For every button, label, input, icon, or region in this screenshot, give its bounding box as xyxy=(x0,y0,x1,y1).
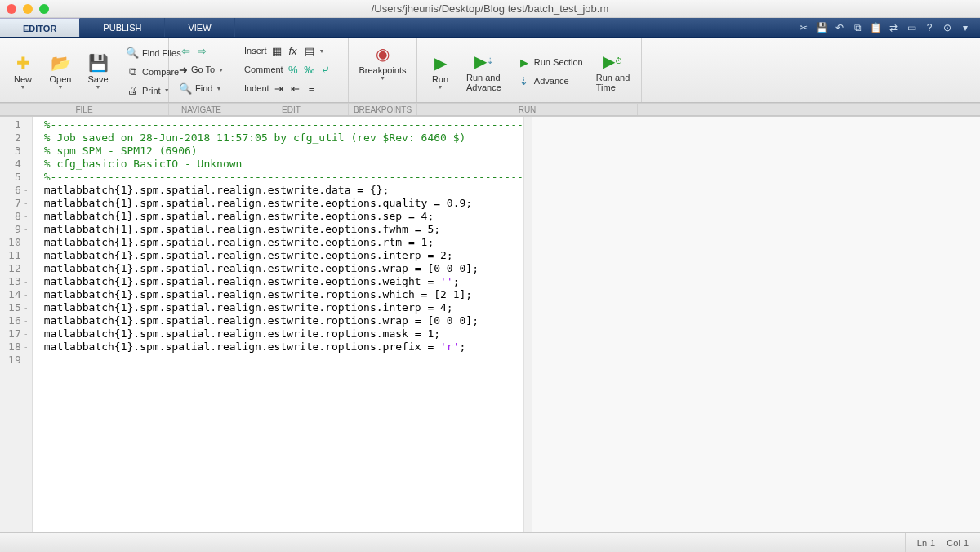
code-line[interactable] xyxy=(44,354,523,367)
code-line[interactable]: % Job saved on 28-Jun-2018 11:57:05 by c… xyxy=(44,131,523,145)
line-number[interactable]: 2 xyxy=(0,131,32,145)
code-line[interactable]: matlabbatch{1}.spm.spatial.realign.estwr… xyxy=(44,223,523,236)
chevron-down-icon: ▼ xyxy=(96,84,101,90)
breakpoint-icon: ◉ xyxy=(373,44,393,64)
line-number[interactable]: 5 xyxy=(0,171,32,184)
line-number[interactable]: 18- xyxy=(0,341,32,354)
breakpoints-button[interactable]: ◉ Breakpoints ▼ xyxy=(354,42,411,82)
code-line[interactable]: matlabbatch{1}.spm.spatial.realign.estwr… xyxy=(44,275,523,288)
help-icon[interactable]: ? xyxy=(923,21,936,34)
line-gutter[interactable]: 1 2 3 4 5 6-7-8-9-10-11-12-13-14-15-16-1… xyxy=(0,117,33,532)
code-line[interactable]: % spm SPM - SPM12 (6906) xyxy=(44,145,523,158)
line-number[interactable]: 9- xyxy=(0,223,32,236)
line-number[interactable]: 15- xyxy=(0,301,32,314)
save-icon[interactable]: 💾 xyxy=(815,21,828,34)
cut-icon[interactable]: ✂ xyxy=(797,21,810,34)
advance-icon: ⇣ xyxy=(518,74,531,87)
fx-icon: fx xyxy=(287,44,300,57)
tab-editor[interactable]: EDITOR xyxy=(0,18,80,37)
indent-button[interactable]: Indent ⇥ ⇤ ≡ xyxy=(241,80,341,96)
code-overview-strip[interactable] xyxy=(524,117,532,532)
line-number[interactable]: 11- xyxy=(0,249,32,262)
findfiles-icon: 🔍 xyxy=(126,47,139,60)
run-time-button[interactable]: ▶⏱ Run and Time xyxy=(591,50,635,94)
copy-icon[interactable]: ⧉ xyxy=(851,21,864,34)
paste-icon[interactable]: 📋 xyxy=(869,21,882,34)
new-button[interactable]: ✚ New ▼ xyxy=(7,51,39,91)
advance-button[interactable]: ⇣Advance xyxy=(514,73,586,89)
line-number[interactable]: 14- xyxy=(0,288,32,301)
back-icon: ⇦ xyxy=(179,44,192,57)
code-line[interactable]: %---------------------------------------… xyxy=(44,118,523,131)
comment-icon: % xyxy=(287,63,300,76)
indent-right-icon: ⇥ xyxy=(273,82,286,95)
run-time-icon: ▶⏱ xyxy=(604,51,623,71)
ribbon-tabs: EDITOR PUBLISH VIEW ✂ 💾 ↶ ⧉ 📋 ⇄ ▭ ? ⊙ ▾ xyxy=(0,18,980,38)
print-icon: 🖨 xyxy=(126,84,139,97)
run-advance-button[interactable]: ▶⇣ Run and Advance xyxy=(461,50,506,94)
doc-icon[interactable]: ▭ xyxy=(905,21,918,34)
tab-view[interactable]: VIEW xyxy=(165,18,234,37)
code-line[interactable]: matlabbatch{1}.spm.spatial.realign.estwr… xyxy=(44,288,523,301)
uncomment-icon: ‰ xyxy=(303,63,316,76)
editor-area: 1 2 3 4 5 6-7-8-9-10-11-12-13-14-15-16-1… xyxy=(0,116,980,532)
line-number[interactable]: 12- xyxy=(0,262,32,275)
status-cell-1 xyxy=(693,533,905,552)
line-number[interactable]: 3 xyxy=(0,145,32,158)
code-line[interactable]: matlabbatch{1}.spm.spatial.realign.estwr… xyxy=(44,249,523,262)
titlebar: /Users/jheunis/Desktop/Blog test/batch_t… xyxy=(0,0,980,18)
chevron-down-icon: ▼ xyxy=(58,84,64,90)
switch-icon[interactable]: ⇄ xyxy=(887,21,900,34)
code-line[interactable]: matlabbatch{1}.spm.spatial.realign.estwr… xyxy=(44,314,523,327)
line-number[interactable]: 19 xyxy=(0,354,32,367)
wrap-icon: ⤶ xyxy=(319,63,332,76)
open-button[interactable]: 📂 Open ▼ xyxy=(44,51,77,91)
collapse-icon[interactable]: ▾ xyxy=(959,21,972,34)
line-number[interactable]: 1 xyxy=(0,118,32,131)
code-line[interactable]: matlabbatch{1}.spm.spatial.realign.estwr… xyxy=(44,184,523,197)
forward-icon: ⇨ xyxy=(195,44,208,57)
line-number[interactable]: 17- xyxy=(0,327,32,341)
code-line[interactable]: % cfg_basicio BasicIO - Unknown xyxy=(44,158,523,171)
line-number[interactable]: 6- xyxy=(0,184,32,197)
section-labels: FILE NAVIGATE EDIT BREAKPOINTS RUN xyxy=(0,103,980,116)
line-number[interactable]: 16- xyxy=(0,314,32,327)
line-number[interactable]: 10- xyxy=(0,236,32,249)
line-number[interactable]: 8- xyxy=(0,210,32,223)
line-number[interactable]: 7- xyxy=(0,197,32,210)
run-button[interactable]: ▶ Run ▼ xyxy=(424,51,457,91)
code-editor[interactable]: %---------------------------------------… xyxy=(33,117,524,532)
insert-button[interactable]: Insert ▦ fx ▤▼ xyxy=(241,42,341,59)
code-line[interactable]: matlabbatch{1}.spm.spatial.realign.estwr… xyxy=(44,210,523,223)
line-number[interactable]: 13- xyxy=(0,275,32,288)
tab-publish[interactable]: PUBLISH xyxy=(80,18,165,37)
comment-button[interactable]: Comment % ‰ ⤶ xyxy=(241,61,341,78)
undo-icon[interactable]: ↶ xyxy=(833,21,846,34)
code-line[interactable]: matlabbatch{1}.spm.spatial.realign.estwr… xyxy=(44,301,523,314)
statusbar: Ln 1 Col 1 xyxy=(0,532,980,552)
line-number[interactable]: 4 xyxy=(0,158,32,171)
code-line[interactable]: matlabbatch{1}.spm.spatial.realign.estwr… xyxy=(44,236,523,249)
code-line[interactable]: matlabbatch{1}.spm.spatial.realign.estwr… xyxy=(44,262,523,275)
var-icon: ▤ xyxy=(303,44,316,57)
compare-icon: ⧉ xyxy=(126,65,139,78)
new-icon: ✚ xyxy=(13,53,33,73)
run-section-button[interactable]: ▶Run Section xyxy=(514,54,586,70)
run-advance-icon: ▶⇣ xyxy=(474,51,493,71)
toolbar: ✚ New ▼ 📂 Open ▼ 💾 Save ▼ 🔍Find Files ⧉C… xyxy=(0,38,980,103)
save-button[interactable]: 💾 Save ▼ xyxy=(82,51,114,91)
goto-button[interactable]: ➜Go To ▼ xyxy=(176,61,227,78)
chevron-down-icon: ▼ xyxy=(380,75,385,81)
side-panel xyxy=(532,117,980,532)
code-line[interactable]: matlabbatch{1}.spm.spatial.realign.estwr… xyxy=(44,341,523,354)
run-icon: ▶ xyxy=(430,53,450,73)
quick-access: ✂ 💾 ↶ ⧉ 📋 ⇄ ▭ ? ⊙ ▾ xyxy=(797,18,980,37)
nav-back-forward[interactable]: ⇦⇨ xyxy=(176,42,227,59)
find-button[interactable]: 🔍Find ▼ xyxy=(176,80,227,96)
indent-left-icon: ⇤ xyxy=(289,82,302,95)
code-line[interactable]: matlabbatch{1}.spm.spatial.realign.estwr… xyxy=(44,197,523,210)
code-line[interactable]: matlabbatch{1}.spm.spatial.realign.estwr… xyxy=(44,327,523,341)
code-line[interactable]: %---------------------------------------… xyxy=(44,171,523,184)
goto-icon: ➜ xyxy=(179,63,188,76)
search-icon[interactable]: ⊙ xyxy=(941,21,954,34)
